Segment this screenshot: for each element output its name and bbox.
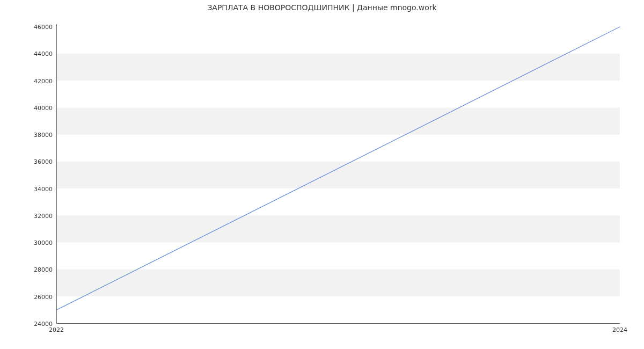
y-tick-label: 32000 bbox=[4, 212, 53, 219]
y-tick-label: 42000 bbox=[4, 77, 53, 84]
grid-band bbox=[57, 162, 620, 188]
y-tick-label: 44000 bbox=[4, 50, 53, 57]
chart-svg bbox=[57, 24, 620, 323]
grid-band bbox=[57, 108, 620, 135]
chart-title: ЗАРПЛАТА В НОВОРОСПОДШИПНИК | Данные mno… bbox=[0, 3, 644, 12]
line-chart: ЗАРПЛАТА В НОВОРОСПОДШИПНИК | Данные mno… bbox=[0, 0, 644, 349]
y-tick-label: 38000 bbox=[4, 132, 53, 139]
grid-band bbox=[57, 54, 620, 81]
y-tick-label: 26000 bbox=[4, 293, 53, 300]
y-tick-label: 30000 bbox=[4, 239, 53, 246]
grid-band bbox=[57, 270, 620, 296]
x-tick-label: 2024 bbox=[612, 326, 627, 333]
y-tick-label: 40000 bbox=[4, 104, 53, 111]
y-tick-label: 34000 bbox=[4, 185, 53, 192]
plot-area bbox=[56, 24, 620, 324]
y-tick-label: 24000 bbox=[4, 321, 53, 328]
grid-band bbox=[57, 215, 620, 242]
y-tick-label: 28000 bbox=[4, 266, 53, 273]
y-tick-label: 46000 bbox=[4, 24, 53, 31]
y-tick-label: 36000 bbox=[4, 158, 53, 165]
x-tick-label: 2022 bbox=[49, 326, 64, 333]
